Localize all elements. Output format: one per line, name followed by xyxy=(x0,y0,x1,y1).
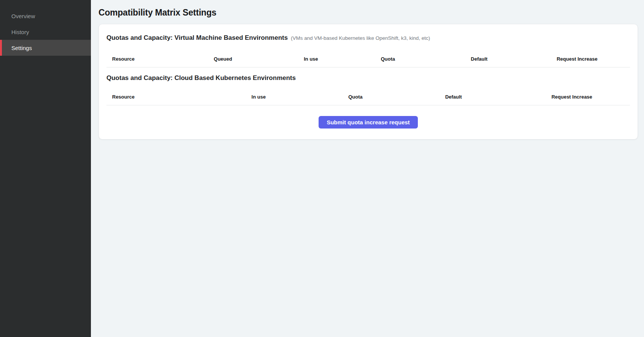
sidebar: OverviewHistorySettings xyxy=(0,0,91,337)
main-content: Compatibility Matrix Settings Quotas and… xyxy=(91,0,644,337)
sidebar-item-history[interactable]: History xyxy=(0,24,91,40)
page-title: Compatibility Matrix Settings xyxy=(98,8,638,18)
column-header-quota: Quota xyxy=(348,94,445,100)
settings-card: Quotas and Capacity: Virtual Machine Bas… xyxy=(98,24,638,140)
column-header-resource: Resource xyxy=(106,56,214,62)
table-header-row: ResourceQueuedIn useQuotaDefaultRequest … xyxy=(106,51,630,67)
sidebar-item-settings[interactable]: Settings xyxy=(0,40,91,56)
quota-sections: Quotas and Capacity: Virtual Machine Bas… xyxy=(106,26,630,105)
submit-quota-increase-button[interactable]: Submit quota increase request xyxy=(319,116,417,129)
app-root: OverviewHistorySettings Compatibility Ma… xyxy=(0,0,644,337)
section-title: Quotas and Capacity: Virtual Machine Bas… xyxy=(106,34,288,41)
column-header-default: Default xyxy=(445,94,552,100)
sidebar-item-overview[interactable]: Overview xyxy=(0,8,91,24)
section-subtitle: (VMs and VM-based Kubernetes like OpenSh… xyxy=(291,35,430,41)
quota-section-1: Quotas and Capacity: Virtual Machine Bas… xyxy=(106,26,630,67)
section-header: Quotas and Capacity: Cloud Based Kuberne… xyxy=(106,67,630,89)
section-title: Quotas and Capacity: Cloud Based Kuberne… xyxy=(106,74,296,82)
column-header-resource: Resource xyxy=(106,94,252,100)
column-header-in-use: In use xyxy=(304,56,381,62)
column-header-in-use: In use xyxy=(252,94,349,100)
section-header: Quotas and Capacity: Virtual Machine Bas… xyxy=(106,26,630,51)
quota-section-2: Quotas and Capacity: Cloud Based Kuberne… xyxy=(106,67,630,105)
submit-row: Submit quota increase request xyxy=(106,105,630,133)
column-header-quota: Quota xyxy=(381,56,471,62)
column-header-request-increase: Request Increase xyxy=(556,56,630,62)
column-header-queued: Queued xyxy=(214,56,304,62)
table-header-row: ResourceIn useQuotaDefaultRequest Increa… xyxy=(106,89,630,105)
column-header-default: Default xyxy=(471,56,557,62)
column-header-request-increase: Request Increase xyxy=(552,94,630,100)
sidebar-nav: OverviewHistorySettings xyxy=(0,0,91,56)
